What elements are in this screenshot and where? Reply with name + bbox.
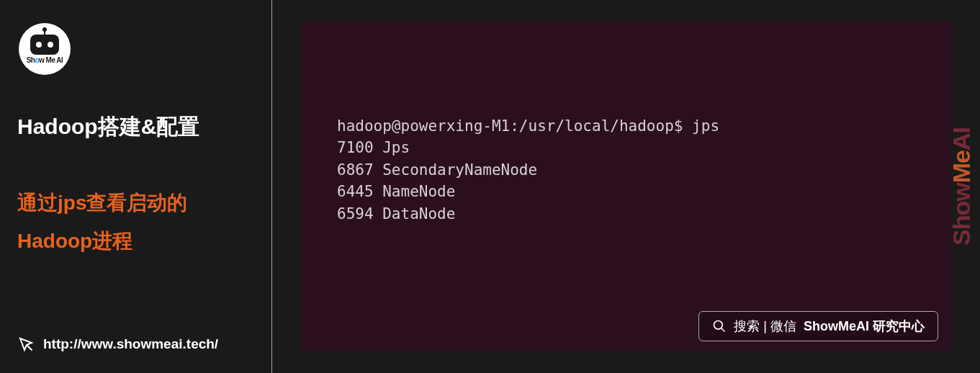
robot-icon bbox=[30, 35, 59, 55]
terminal-line-command: hadoop@powerxing-M1:/usr/local/hadoop$ j… bbox=[337, 115, 915, 137]
cursor-icon bbox=[17, 336, 35, 353]
terminal-prompt: hadoop@powerxing-M1:/usr/local/hadoop$ bbox=[337, 117, 683, 135]
terminal-window: hadoop@powerxing-M1:/usr/local/hadoop$ j… bbox=[301, 22, 951, 351]
content-area: hadoop@powerxing-M1:/usr/local/hadoop$ j… bbox=[272, 0, 980, 373]
watermark-text: ShowMeAI bbox=[948, 127, 976, 246]
page-title: Hadoop搭建&配置 bbox=[17, 112, 254, 140]
terminal-output-line: 6867 SecondaryNameNode bbox=[337, 159, 915, 181]
logo: Show Me AI bbox=[17, 22, 72, 76]
search-name: ShowMeAI 研究中心 bbox=[804, 318, 925, 335]
sidebar: Show Me AI Hadoop搭建&配置 通过jps查看启动的 Hadoop… bbox=[0, 0, 272, 373]
terminal-output-line: 6594 DataNode bbox=[337, 203, 915, 225]
subtitle-line-2: Hadoop进程 bbox=[17, 222, 254, 260]
svg-line-1 bbox=[721, 328, 725, 332]
search-callout: 搜索 | 微信 ShowMeAI 研究中心 bbox=[698, 311, 938, 341]
terminal-output-line: 6445 NameNode bbox=[337, 181, 915, 202]
website-url: http://www.showmeai.tech/ bbox=[43, 336, 218, 352]
svg-point-0 bbox=[714, 321, 723, 330]
search-prefix: 搜索 | 微信 bbox=[734, 318, 796, 335]
logo-text: Show Me AI bbox=[27, 56, 63, 64]
subtitle-line-1: 通过jps查看启动的 bbox=[17, 184, 254, 222]
terminal-command: jps bbox=[692, 117, 719, 135]
logo-circle: Show Me AI bbox=[19, 23, 71, 75]
website-link[interactable]: http://www.showmeai.tech/ bbox=[17, 336, 218, 353]
search-icon bbox=[712, 319, 727, 333]
page-subtitle: 通过jps查看启动的 Hadoop进程 bbox=[17, 184, 254, 260]
terminal-output-line: 7100 Jps bbox=[337, 137, 915, 158]
